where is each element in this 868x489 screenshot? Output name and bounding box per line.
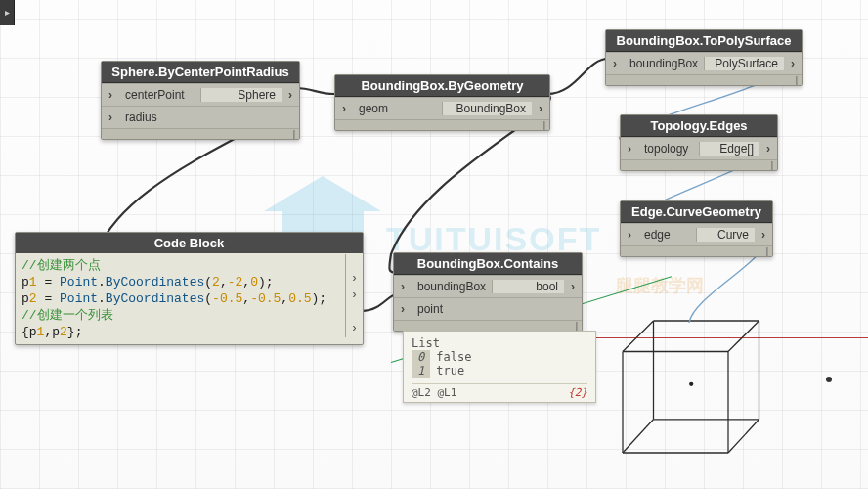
node-footer: |	[102, 128, 299, 139]
port-in-topology[interactable]	[621, 142, 638, 156]
output-sphere: Sphere	[200, 88, 282, 102]
svg-point-12	[689, 382, 693, 386]
node-edge-curvegeometry[interactable]: Edge.CurveGeometry edge Curve |	[620, 200, 773, 257]
ground-point	[826, 377, 832, 382]
node-footer: |	[606, 74, 802, 85]
port-out-bool[interactable]	[564, 280, 582, 293]
node-title: BoundingBox.ByGeometry	[335, 75, 549, 97]
port-out-p2[interactable]: ›	[345, 288, 363, 304]
port-out-edges[interactable]	[760, 142, 777, 156]
node-title: Topology.Edges	[621, 115, 777, 137]
input-topology: topology	[638, 142, 699, 156]
port-out-p1[interactable]: ›	[345, 271, 363, 288]
port-in-boundingbox[interactable]	[606, 57, 624, 70]
input-edge: edge	[638, 228, 696, 242]
input-boundingbox: boundingBox	[412, 280, 492, 293]
port-in-boundingbox[interactable]	[394, 280, 412, 293]
output-edges: Edge[]	[699, 142, 760, 156]
port-in-centerpoint[interactable]	[102, 88, 119, 102]
preview-cube	[596, 303, 772, 479]
output-polysurface: PolySurface	[704, 57, 784, 70]
code-block-body[interactable]: //创建两个点 p1 = Point.ByCoordinates(2,-2,0)…	[16, 253, 363, 344]
preview-count: {2}	[568, 386, 587, 399]
port-out-curve[interactable]	[755, 228, 772, 242]
port-in-radius[interactable]	[102, 111, 119, 124]
input-boundingbox: boundingBox	[624, 57, 704, 70]
node-sphere-bycenterpointradius[interactable]: Sphere.ByCenterPointRadius centerPoint S…	[101, 61, 300, 140]
input-point: point	[412, 302, 530, 316]
port-out-polysurface[interactable]	[784, 57, 802, 70]
input-radius: radius	[119, 111, 247, 124]
node-topology-edges[interactable]: Topology.Edges topology Edge[] |	[620, 114, 778, 171]
node-footer: |	[335, 119, 549, 130]
output-preview-tooltip: List 0false 1true @L2 @L1 {2}	[403, 331, 596, 403]
output-curve: Curve	[696, 228, 755, 242]
svg-line-10	[728, 420, 760, 453]
node-boundingbox-topolysurface[interactable]: BoundingBox.ToPolySurface boundingBox Po…	[605, 29, 803, 86]
port-out-list[interactable]: ›	[345, 321, 363, 337]
node-footer: |	[394, 320, 582, 331]
port-in-point[interactable]	[394, 302, 412, 316]
node-boundingbox-contains[interactable]: BoundingBox.Contains boundingBox bool po…	[393, 252, 583, 332]
node-title: BoundingBox.ToPolySurface	[606, 30, 802, 52]
node-footer: |	[621, 245, 772, 256]
code-block-outports: › › ›	[345, 254, 363, 337]
top-left-widget[interactable]: ▸	[0, 0, 15, 25]
preview-header: List	[412, 336, 587, 350]
node-code-block[interactable]: Code Block //创建两个点 p1 = Point.ByCoordina…	[15, 232, 364, 345]
port-in-geom[interactable]	[335, 102, 353, 115]
output-bool: bool	[492, 280, 564, 293]
svg-line-9	[728, 321, 760, 352]
svg-line-11	[623, 420, 654, 453]
node-boundingbox-bygeometry[interactable]: BoundingBox.ByGeometry geom BoundingBox …	[334, 74, 550, 131]
node-title: Sphere.ByCenterPointRadius	[102, 62, 299, 83]
node-footer: |	[621, 159, 777, 170]
port-out-boundingbox[interactable]	[532, 102, 549, 115]
node-title: Edge.CurveGeometry	[621, 201, 772, 223]
dynamo-canvas[interactable]: { "watermark": { "brand": "TUITUISOFT", …	[0, 0, 868, 489]
output-boundingbox: BoundingBox	[442, 102, 532, 115]
port-out-sphere[interactable]	[282, 88, 299, 102]
port-in-edge[interactable]	[621, 228, 638, 242]
node-title: Code Block	[16, 233, 363, 253]
node-title: BoundingBox.Contains	[394, 253, 582, 275]
input-geom: geom	[353, 102, 442, 115]
svg-line-8	[623, 321, 654, 352]
watermark-tag: 腿腿教学网	[616, 274, 704, 297]
input-centerpoint: centerPoint	[119, 88, 200, 102]
preview-levels: @L2 @L1	[412, 386, 456, 399]
